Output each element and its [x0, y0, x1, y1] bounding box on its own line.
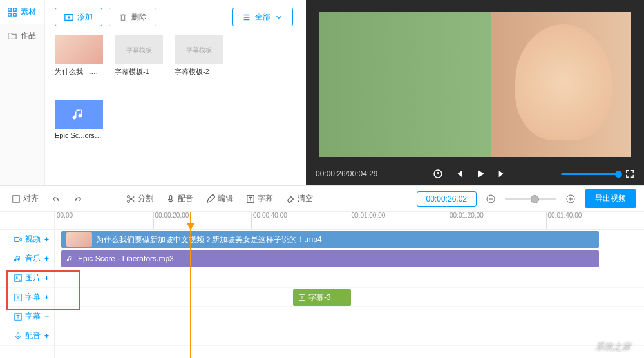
svg-rect-13 [15, 237, 19, 241]
undo-button[interactable] [48, 192, 64, 206]
trash-icon [118, 13, 128, 22]
svg-rect-2 [8, 13, 11, 15]
video-track[interactable]: 为什么我们要做新加坡中文视频？新加坡美女是这样子说的！.mp4 [55, 230, 644, 249]
zoom-in-button[interactable] [562, 191, 580, 207]
prev-button[interactable] [455, 169, 464, 178]
eraser-icon [286, 194, 295, 203]
redo-button[interactable] [70, 192, 86, 206]
playhead[interactable] [190, 212, 191, 358]
music-track-icon [14, 254, 23, 263]
audio-thumbnail [55, 100, 103, 129]
text-icon [246, 194, 255, 203]
zoom-out-button[interactable] [482, 191, 500, 207]
left-sidebar: 素材 作品 [0, 0, 45, 185]
subtitle-track-2[interactable] [55, 307, 644, 326]
preview-panel: 00:00:26/00:04:29 [306, 0, 644, 185]
text-track-icon [14, 293, 23, 302]
svg-point-15 [16, 276, 17, 278]
undo-icon [52, 194, 61, 203]
image-track-icon [14, 274, 23, 283]
video-thumbnail [55, 35, 103, 64]
media-item[interactable]: 字幕模板 字幕模板-1 [115, 35, 163, 77]
media-panel: 添加 删除 全部 为什么我....mp4 字幕模板 字幕模板-1 字幕模 [45, 0, 306, 185]
time-ruler[interactable]: 00,00 00:00:20,00 00:00:40,00 00:01:00,0… [55, 212, 644, 230]
svg-rect-0 [8, 8, 11, 10]
video-track-icon [14, 235, 23, 244]
add-button[interactable]: 添加 [55, 8, 102, 26]
sidebar-tab-label: 素材 [21, 6, 36, 17]
music-icon [71, 107, 87, 122]
pencil-icon [206, 194, 215, 203]
track-label-subtitle[interactable]: 字幕+ [0, 288, 54, 307]
timeline: 视频+ 音乐+ 图片+ 字幕+ 字幕− 配音+ 00,00 00:00:20,0… [0, 212, 644, 358]
zoom-slider[interactable] [505, 198, 556, 200]
svg-rect-18 [17, 332, 19, 336]
align-button[interactable]: 对齐 [8, 191, 43, 207]
dub-track[interactable] [55, 326, 644, 346]
list-icon [242, 13, 251, 22]
mic-icon [166, 194, 175, 203]
filter-button[interactable]: 全部 [232, 8, 293, 26]
next-button[interactable] [497, 169, 506, 178]
watermark: 系统之家 [595, 341, 631, 353]
grid-icon [8, 8, 17, 17]
volume-slider[interactable] [561, 173, 619, 175]
media-item[interactable]: 字幕模板 字幕模板-2 [175, 35, 223, 77]
sidebar-tab-works[interactable]: 作品 [0, 24, 44, 48]
scissors-icon [126, 194, 135, 203]
folder-icon [8, 32, 17, 41]
svg-rect-9 [169, 195, 172, 199]
play-button[interactable] [475, 169, 486, 179]
time-display: 00:00:26/00:04:29 [316, 169, 378, 178]
delete-button[interactable]: 删除 [109, 8, 156, 26]
media-item[interactable]: Epic Sc...ors.mp3 [55, 100, 103, 139]
svg-point-8 [128, 200, 130, 202]
timeline-toolbar: 对齐 分割 配音 编辑 字幕 清空 00:00:26,02 导出视频 [0, 186, 644, 212]
svg-rect-1 [14, 8, 16, 10]
mic-track-icon [14, 332, 23, 341]
dub-button[interactable]: 配音 [162, 191, 197, 207]
subtitle-button[interactable]: 字幕 [242, 191, 277, 207]
replay-button[interactable] [433, 169, 443, 179]
subtitle-clip[interactable]: 字幕-3 [293, 289, 351, 306]
export-button[interactable]: 导出视频 [585, 189, 636, 208]
svg-rect-3 [14, 13, 16, 15]
split-button[interactable]: 分割 [122, 191, 157, 207]
media-item[interactable]: 为什么我....mp4 [55, 35, 103, 77]
clear-button[interactable]: 清空 [282, 191, 317, 207]
template-thumbnail: 字幕模板 [115, 35, 163, 64]
svg-rect-6 [13, 195, 20, 202]
chevron-down-icon [274, 13, 283, 22]
track-label-video[interactable]: 视频+ [0, 230, 54, 249]
template-thumbnail: 字幕模板 [175, 35, 223, 64]
image-track[interactable] [55, 268, 644, 288]
subtitle-track-1[interactable]: 字幕-3 [55, 288, 644, 307]
track-label-image[interactable]: 图片+ [0, 268, 54, 288]
track-label-subtitle-2[interactable]: 字幕− [0, 307, 54, 326]
text-track-icon [14, 312, 23, 321]
video-clip[interactable]: 为什么我们要做新加坡中文视频？新加坡美女是这样子说的！.mp4 [61, 231, 599, 248]
track-label-music[interactable]: 音乐+ [0, 249, 54, 268]
audio-clip[interactable]: Epic Score - Liberators.mp3 [61, 250, 599, 267]
edit-button[interactable]: 编辑 [202, 191, 237, 207]
sidebar-tab-label: 作品 [21, 30, 36, 41]
svg-point-7 [128, 195, 130, 198]
fullscreen-button[interactable] [625, 169, 634, 178]
preview-video[interactable] [319, 12, 631, 157]
sidebar-tab-media[interactable]: 素材 [0, 0, 44, 24]
timecode-display[interactable]: 00:00:26,02 [417, 191, 477, 207]
track-label-dub[interactable]: 配音+ [0, 326, 54, 346]
add-folder-icon [64, 13, 73, 22]
redo-icon [73, 194, 82, 203]
music-track[interactable]: Epic Score - Liberators.mp3 [55, 249, 644, 268]
